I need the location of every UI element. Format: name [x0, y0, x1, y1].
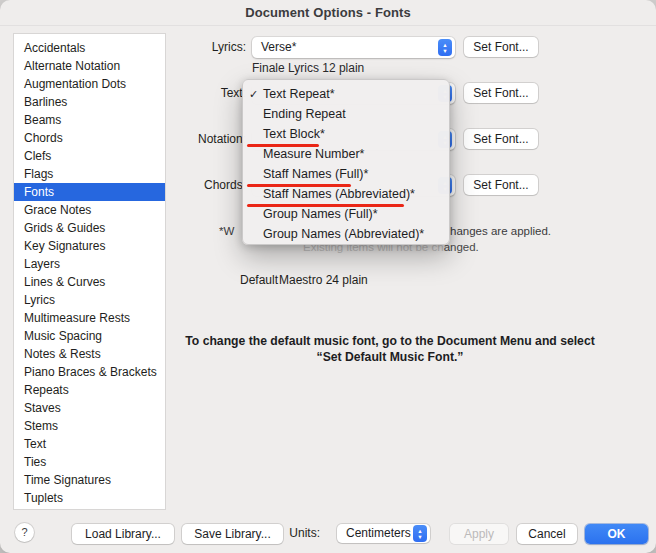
- sidebar-item-grace-notes[interactable]: Grace Notes: [14, 201, 165, 219]
- instruction-line-2: “Set Default Music Font.”: [180, 349, 600, 365]
- load-library-button[interactable]: Load Library...: [72, 524, 174, 544]
- sidebar-item-beams[interactable]: Beams: [14, 111, 165, 129]
- sidebar-item-layers[interactable]: Layers: [14, 255, 165, 273]
- text-category-popup-menu: ✓ Text Repeat* Ending Repeat Text Block*…: [242, 79, 450, 245]
- help-button[interactable]: ?: [15, 523, 34, 542]
- category-list[interactable]: Accidentals Alternate Notation Augmentat…: [13, 33, 166, 510]
- menu-item-measure-number[interactable]: Measure Number*: [243, 144, 449, 164]
- units-popup-value: Centimeters: [346, 524, 411, 543]
- sidebar-item-staves[interactable]: Staves: [14, 399, 165, 417]
- menu-item-group-names-abbreviated[interactable]: Group Names (Abbreviated)*: [243, 224, 449, 244]
- sidebar-item-stems[interactable]: Stems: [14, 417, 165, 435]
- sidebar-item-alternate-notation[interactable]: Alternate Notation: [14, 57, 165, 75]
- stepper-icon: ▲▼: [413, 525, 427, 542]
- notation-label: Notation:: [60, 129, 246, 150]
- menu-item-label: Text Block*: [263, 127, 325, 141]
- warning-note-line1-prefix: *W: [219, 225, 234, 237]
- stepper-icon: ▲▼: [438, 39, 452, 56]
- set-font-button-lyrics[interactable]: Set Font...: [464, 37, 538, 57]
- cancel-button[interactable]: Cancel: [517, 524, 577, 544]
- text-label: Text:: [60, 83, 246, 104]
- default-font-label: Default: [240, 273, 278, 287]
- lyrics-label: Lyrics:: [60, 37, 246, 58]
- sidebar-item-multimeasure-rests[interactable]: Multimeasure Rests: [14, 309, 165, 327]
- red-underline-annotation-staff-names-full: [247, 184, 351, 187]
- menu-item-label: Ending Repeat: [263, 107, 346, 121]
- save-library-button[interactable]: Save Library...: [182, 524, 283, 544]
- set-font-button-text[interactable]: Set Font...: [464, 83, 538, 103]
- checkmark-icon: ✓: [249, 84, 261, 104]
- chords-label: Chords:: [60, 175, 246, 196]
- apply-button: Apply: [450, 524, 508, 544]
- red-underline-annotation-staff-names-abbreviated: [247, 204, 404, 207]
- warning-note-line1-suffix: hanges are applied.: [450, 225, 551, 237]
- sidebar-item-time-signatures[interactable]: Time Signatures: [14, 471, 165, 489]
- menu-item-label: Group Names (Abbreviated)*: [263, 227, 424, 241]
- set-font-button-notation[interactable]: Set Font...: [464, 129, 538, 149]
- lyrics-popup-value: Verse*: [261, 37, 296, 58]
- lyrics-popup[interactable]: Verse* ▲▼: [252, 37, 455, 58]
- sidebar-item-tuplets[interactable]: Tuplets: [14, 489, 165, 507]
- menu-item-staff-names-abbreviated[interactable]: Staff Names (Abbreviated)*: [243, 184, 449, 204]
- sidebar-item-music-spacing[interactable]: Music Spacing: [14, 327, 165, 345]
- sidebar-item-lyrics[interactable]: Lyrics: [14, 291, 165, 309]
- lyrics-font-info: Finale Lyrics 12 plain: [252, 61, 364, 75]
- set-font-button-chords[interactable]: Set Font...: [464, 175, 538, 195]
- menu-item-text-block[interactable]: Text Block*: [243, 124, 449, 144]
- menu-item-label: Staff Names (Abbreviated)*: [263, 187, 415, 201]
- window-title: Document Options - Fonts: [245, 5, 411, 20]
- sidebar-item-repeats[interactable]: Repeats: [14, 381, 165, 399]
- menu-item-label: Measure Number*: [263, 147, 364, 161]
- menu-item-text-repeat[interactable]: ✓ Text Repeat*: [243, 84, 449, 104]
- sidebar-item-ties[interactable]: Ties: [14, 453, 165, 471]
- sidebar-item-lines-curves[interactable]: Lines & Curves: [14, 273, 165, 291]
- menu-item-staff-names-full[interactable]: Staff Names (Full)*: [243, 164, 449, 184]
- document-options-dialog: Document Options - Fonts Accidentals Alt…: [0, 0, 656, 553]
- sidebar-item-grids-guides[interactable]: Grids & Guides: [14, 219, 165, 237]
- menu-item-label: Staff Names (Full)*: [263, 167, 368, 181]
- instruction-line-1: To change the default music font, go to …: [180, 333, 600, 349]
- default-font-instructions: To change the default music font, go to …: [180, 333, 600, 365]
- menu-item-ending-repeat[interactable]: Ending Repeat: [243, 104, 449, 124]
- menu-item-label: Group Names (Full)*: [263, 207, 378, 221]
- default-font-value: Maestro 24 plain: [279, 273, 368, 287]
- ok-button[interactable]: OK: [585, 524, 648, 544]
- units-popup[interactable]: Centimeters ▲▼: [337, 524, 430, 543]
- stepper-down-icon: ▼: [417, 534, 422, 540]
- red-underline-annotation-text-block: [247, 144, 319, 147]
- sidebar-item-piano-braces[interactable]: Piano Braces & Brackets: [14, 363, 165, 381]
- title-bar: Document Options - Fonts: [0, 0, 656, 26]
- sidebar-item-key-signatures[interactable]: Key Signatures: [14, 237, 165, 255]
- sidebar-item-text[interactable]: Text: [14, 435, 165, 453]
- stepper-down-icon: ▼: [442, 48, 447, 54]
- menu-item-label: Text Repeat*: [263, 87, 335, 101]
- sidebar-item-notes-rests[interactable]: Notes & Rests: [14, 345, 165, 363]
- menu-item-group-names-full[interactable]: Group Names (Full)*: [243, 204, 449, 224]
